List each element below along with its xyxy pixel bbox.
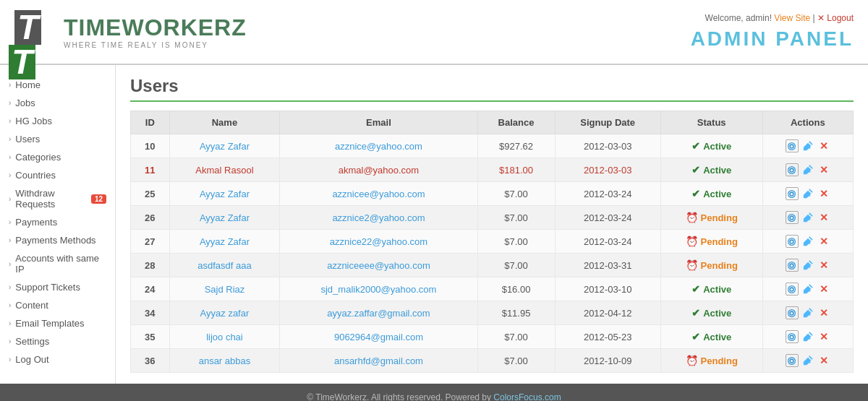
user-email-link[interactable]: akmal@yahoo.com xyxy=(339,165,419,176)
svg-point-13 xyxy=(788,238,796,245)
user-email-link[interactable]: azznice22@yahoo.com xyxy=(330,236,427,247)
sidebar-item-payments[interactable]: ›Payments xyxy=(0,213,115,231)
svg-point-1 xyxy=(788,142,796,150)
view-icon[interactable] xyxy=(786,330,799,343)
logo-tagline: WHERE TIME REALY IS MONEY xyxy=(64,41,247,49)
user-name-link[interactable]: Ayyaz Zafar xyxy=(200,236,250,247)
cell-signup-date: 2012-03-31 xyxy=(555,254,660,277)
user-name-link[interactable]: Ayyaz zafar xyxy=(200,308,250,319)
user-name-link[interactable]: Sajd Riaz xyxy=(205,284,245,295)
user-name-link[interactable]: Akmal Rasool xyxy=(195,165,253,176)
sidebar-item-label: Support Tickets xyxy=(15,282,106,293)
user-email-link[interactable]: azznicee@yahoo.com xyxy=(332,189,425,199)
view-icon[interactable] xyxy=(786,187,799,200)
user-name-link[interactable]: Ayyaz Zafar xyxy=(200,212,250,223)
user-email-link[interactable]: azzniceeee@yahoo.com xyxy=(327,260,430,271)
cell-id: 27 xyxy=(131,230,170,254)
status-label: Pending xyxy=(701,236,738,247)
sidebar-item-content[interactable]: ›Content xyxy=(0,296,115,314)
svg-point-16 xyxy=(788,262,796,269)
sidebar-item-payments-methods[interactable]: ›Payments Methods xyxy=(0,231,115,249)
sidebar-item-email-templates[interactable]: ›Email Templates xyxy=(0,314,115,332)
user-name-link[interactable]: ansar abbas xyxy=(199,355,251,366)
svg-point-18 xyxy=(790,288,793,291)
delete-icon[interactable]: ✕ xyxy=(817,235,830,248)
edit-icon[interactable] xyxy=(801,139,814,152)
user-email-link[interactable]: azznice2@yahoo.com xyxy=(332,212,425,223)
edit-icon[interactable] xyxy=(801,187,814,200)
delete-icon[interactable]: ✕ xyxy=(817,354,830,367)
cell-balance: $7.00 xyxy=(477,230,555,254)
view-icon[interactable] xyxy=(786,354,799,367)
sidebar-item-countries[interactable]: ›Countries xyxy=(0,166,115,184)
delete-icon[interactable]: ✕ xyxy=(817,211,830,224)
sidebar-item-support-tickets[interactable]: ›Support Tickets xyxy=(0,278,115,296)
cell-signup-date: 2012-03-24 xyxy=(555,230,660,254)
edit-icon[interactable] xyxy=(801,211,814,224)
footer-link[interactable]: ColorsFocus.com xyxy=(493,392,561,401)
delete-icon[interactable]: ✕ xyxy=(817,306,830,319)
edit-icon[interactable] xyxy=(801,354,814,367)
sidebar-item-label: Content xyxy=(15,300,106,311)
user-name-link[interactable]: Ayyaz Zafar xyxy=(200,189,250,199)
delete-icon[interactable]: ✕ xyxy=(817,139,830,152)
sidebar-item-settings[interactable]: ›Settings xyxy=(0,332,115,350)
logo-t2: T xyxy=(9,45,35,79)
sidebar-item-categories[interactable]: ›Categories xyxy=(0,148,115,166)
header: TT TIMEWORKERZ WHERE TIME REALY IS MONEY… xyxy=(0,0,868,65)
user-email-link[interactable]: ansarhfd@gmail.com xyxy=(334,355,423,366)
cell-name: Ayyaz Zafar xyxy=(169,134,280,158)
cell-name: Ayyaz Zafar xyxy=(169,230,280,254)
edit-icon[interactable] xyxy=(801,259,814,272)
cell-signup-date: 2012-03-24 xyxy=(555,206,660,230)
clock-icon: ⏰ xyxy=(686,259,698,271)
cell-name: asdfasdf aaa xyxy=(169,254,280,277)
user-name-link[interactable]: Ayyaz Zafar xyxy=(200,141,250,152)
cell-email: akmal@yahoo.com xyxy=(280,158,477,182)
delete-icon[interactable]: ✕ xyxy=(817,259,830,272)
delete-icon[interactable]: ✕ xyxy=(817,330,830,343)
chevron-right-icon: › xyxy=(9,99,11,107)
edit-icon[interactable] xyxy=(801,306,814,319)
cell-status: ⏰Pending xyxy=(660,349,762,373)
view-icon[interactable] xyxy=(786,139,799,152)
edit-icon[interactable] xyxy=(801,330,814,343)
chevron-right-icon: › xyxy=(9,260,11,268)
user-name-link[interactable]: lijoo chai xyxy=(206,332,243,342)
sidebar-item-accounts-with-same-ip[interactable]: ›Accounts with same IP xyxy=(0,249,115,278)
logo-brand: TIMEWORKERZ WHERE TIME REALY IS MONEY xyxy=(64,14,247,49)
delete-icon[interactable]: ✕ xyxy=(817,283,830,296)
view-icon[interactable] xyxy=(786,211,799,224)
user-name-link[interactable]: asdfasdf aaa xyxy=(197,260,251,271)
logout-link[interactable]: Logout xyxy=(827,13,854,23)
user-email-link[interactable]: ayyaz.zaffar@gmail.com xyxy=(327,308,430,319)
cell-status: ✔Active xyxy=(660,277,762,301)
table-row: 36ansar abbasansarhfd@gmail.com$7.002012… xyxy=(131,349,854,373)
edit-icon[interactable] xyxy=(801,283,814,296)
view-icon[interactable] xyxy=(786,163,799,176)
user-email-link[interactable]: 9062964@gmail.com xyxy=(334,332,423,342)
edit-icon[interactable] xyxy=(801,235,814,248)
delete-icon[interactable]: ✕ xyxy=(817,163,830,176)
user-email-link[interactable]: azznice@yahoo.com xyxy=(335,141,422,152)
user-email-link[interactable]: sjd_malik2000@yahoo.com xyxy=(320,284,436,295)
cell-balance: $181.00 xyxy=(477,158,555,182)
checkmark-icon: ✔ xyxy=(692,331,700,342)
svg-point-4 xyxy=(788,166,796,173)
sidebar-item-withdraw-requests[interactable]: ›Withdraw Requests12 xyxy=(0,184,115,213)
sidebar-item-jobs[interactable]: ›Jobs xyxy=(0,94,115,112)
cell-email: azznice22@yahoo.com xyxy=(280,230,477,254)
view-site-link[interactable]: View Site xyxy=(774,13,810,23)
sidebar-item-label: Payments xyxy=(15,217,106,228)
sidebar-item-users[interactable]: ›Users xyxy=(0,130,115,148)
view-icon[interactable] xyxy=(786,283,799,296)
view-icon[interactable] xyxy=(786,235,799,248)
delete-icon[interactable]: ✕ xyxy=(817,187,830,200)
table-row: 10Ayyaz Zafarazznice@yahoo.com$927.62201… xyxy=(131,134,854,158)
sidebar-item-log-out[interactable]: ›Log Out xyxy=(0,350,115,368)
svg-point-3 xyxy=(790,168,793,172)
view-icon[interactable] xyxy=(786,259,799,272)
edit-icon[interactable] xyxy=(801,163,814,176)
sidebar-item-hg-jobs[interactable]: ›HG Jobs xyxy=(0,112,115,130)
view-icon[interactable] xyxy=(786,306,799,319)
